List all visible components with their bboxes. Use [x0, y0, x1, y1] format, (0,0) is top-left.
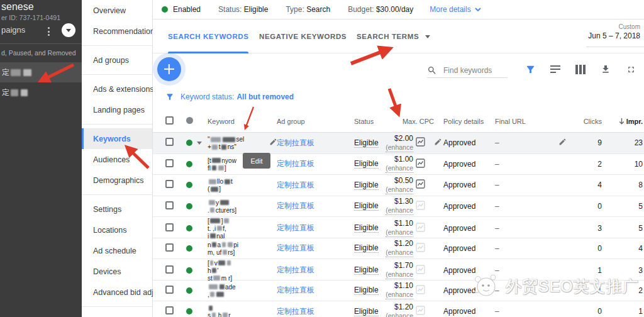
- ad-group-link[interactable]: 定制拉直板: [277, 159, 314, 168]
- status-enabled-dot: [186, 245, 192, 252]
- download-icon[interactable]: [599, 63, 612, 75]
- columns-icon[interactable]: [574, 63, 587, 75]
- tab-search-keywords[interactable]: SEARCH KEYWORDS: [168, 19, 248, 53]
- bid-simulator-icon[interactable]: [413, 201, 434, 212]
- bid-simulator-icon[interactable]: [413, 223, 434, 234]
- segment-icon[interactable]: [549, 63, 562, 75]
- date-range-mode: Custom: [588, 23, 640, 30]
- final-url-cell: –: [495, 224, 558, 233]
- nav-item-locations[interactable]: Locations: [82, 220, 152, 240]
- nav-item-audiences[interactable]: Audiences: [82, 149, 152, 170]
- nav-item-ad-groups[interactable]: Ad groups: [82, 50, 152, 70]
- row-checkbox[interactable]: [165, 265, 174, 274]
- column-header-policy-details[interactable]: Policy details: [443, 118, 495, 125]
- keyword-status-cell: [186, 308, 208, 314]
- nav-item-demographics[interactable]: Demographics: [82, 170, 152, 191]
- status-cell: Eligible: [354, 265, 386, 275]
- bid-simulator-icon[interactable]: [413, 137, 434, 148]
- ad-group-link[interactable]: 定制拉直板: [277, 201, 314, 210]
- nav-item-recommendations[interactable]: Recommendations: [82, 21, 152, 42]
- more-details-link[interactable]: More details: [430, 5, 480, 14]
- bid-simulator-icon[interactable]: [413, 265, 434, 276]
- status-column-icon: [186, 117, 193, 124]
- table-toolbar: [153, 53, 644, 85]
- add-keyword-button[interactable]: [157, 57, 181, 81]
- campaign-list: 定定: [0, 62, 82, 103]
- row-checkbox[interactable]: [165, 306, 174, 314]
- bid-simulator-icon[interactable]: [413, 243, 434, 254]
- bid-simulator-icon[interactable]: [413, 306, 434, 317]
- filter-icon: [165, 92, 174, 101]
- ad-group-link[interactable]: 定制拉直板: [277, 181, 314, 189]
- ad-group-cell: 定制拉直板: [277, 201, 354, 211]
- tab-negative-keywords[interactable]: NEGATIVE KEYWORDS: [259, 19, 347, 53]
- nav-divider: [82, 124, 152, 125]
- keyword-status-filter[interactable]: Keyword status:All but removed: [180, 92, 294, 101]
- status-enabled-dot: [186, 140, 192, 146]
- nav-item-landing-pages[interactable]: Landing pages: [82, 99, 152, 120]
- keyword-status-cell: [186, 267, 208, 274]
- column-header-ad-group[interactable]: Ad group: [277, 118, 354, 125]
- collapse-panel-button[interactable]: [62, 23, 75, 37]
- row-checkbox[interactable]: [165, 286, 174, 294]
- ad-group-link[interactable]: 定制拉直板: [277, 138, 314, 147]
- edit-cpc-pencil-icon[interactable]: [434, 138, 443, 148]
- status-value: Eligible: [244, 5, 269, 14]
- nav-item-keywords[interactable]: Keywords: [82, 128, 152, 149]
- ad-group-link[interactable]: 定制拉直板: [277, 223, 314, 232]
- row-checkbox-cell: [165, 138, 186, 148]
- google-ads-app: senese er ID: 737-171-0491 paigns d, Pau…: [0, 0, 644, 317]
- campaign-item[interactable]: 定: [0, 82, 82, 103]
- column-header-clicks[interactable]: Clicks: [568, 118, 602, 125]
- clicks-cell: 0: [568, 244, 602, 253]
- ad-group-link[interactable]: 定制拉直板: [277, 286, 314, 294]
- row-checkbox[interactable]: [165, 223, 174, 231]
- find-keywords-input[interactable]: [442, 65, 508, 75]
- row-checkbox-cell: [165, 265, 186, 275]
- bid-simulator-icon[interactable]: [413, 285, 434, 296]
- status-enabled-dot: [186, 287, 192, 294]
- status-enabled-dot: [186, 161, 192, 167]
- ad-group-link[interactable]: 定制拉直板: [277, 243, 314, 252]
- nav-item-devices[interactable]: Devices: [82, 261, 152, 282]
- nav-item-settings[interactable]: Settings: [82, 199, 152, 220]
- nav-item-overview[interactable]: Overview: [82, 0, 152, 21]
- bid-simulator-icon[interactable]: [413, 158, 434, 170]
- row-checkbox[interactable]: [165, 180, 174, 188]
- status-cell: Eligible: [354, 286, 386, 295]
- edit-keyword-pencil-icon[interactable]: [269, 138, 277, 148]
- row-checkbox[interactable]: [165, 159, 174, 167]
- table-row: s,hr定制拉直板Eligible$1.20(enhanceApproved–0…: [153, 301, 644, 317]
- sidebar-divider: [0, 43, 82, 44]
- edit-row-pencil-icon[interactable]: [558, 138, 568, 148]
- column-header-max-cpc[interactable]: Max. CPC: [386, 118, 434, 125]
- column-header-impr[interactable]: Impr.: [602, 118, 643, 125]
- column-header-status[interactable]: Status: [354, 118, 386, 125]
- row-checkbox[interactable]: [165, 138, 174, 146]
- expand-icon[interactable]: [625, 63, 637, 75]
- clicks-cell: 1: [568, 266, 602, 275]
- overflow-menu-icon[interactable]: [48, 27, 50, 37]
- row-checkbox[interactable]: [165, 201, 174, 209]
- enabled-dot-icon: [162, 6, 168, 13]
- nav-item-ads-extensions[interactable]: Ads & extensions: [82, 79, 152, 99]
- filter-icon[interactable]: [524, 63, 536, 75]
- campaign-item[interactable]: 定: [0, 62, 82, 82]
- tab-search-terms[interactable]: SEARCH TERMS: [357, 19, 430, 53]
- bid-simulator-icon[interactable]: [413, 179, 434, 191]
- keyword-cell: llot(]: [208, 177, 269, 192]
- nav-item-advanced-bid-adj[interactable]: Advanced bid adj.: [82, 282, 152, 303]
- row-checkbox[interactable]: [165, 243, 174, 252]
- column-header-final-url[interactable]: Final URL: [495, 118, 558, 125]
- keyword-status-cell: [186, 140, 208, 146]
- date-range-selector[interactable]: Custom Jun 5 – 7, 2018: [588, 23, 640, 40]
- column-header-keyword[interactable]: Keyword: [208, 118, 269, 125]
- ad-group-cell: 定制拉直板: [277, 223, 354, 233]
- select-all-checkbox[interactable]: [165, 116, 174, 125]
- ad-group-link[interactable]: 定制拉直板: [277, 265, 314, 274]
- policy-cell: Approved: [443, 307, 495, 316]
- ad-group-link[interactable]: 定制拉直板: [277, 307, 314, 316]
- keyword-cell: ade,: [208, 283, 269, 298]
- nav-item-ad-schedule[interactable]: Ad schedule: [82, 240, 152, 261]
- status-dropdown-chevron[interactable]: [197, 142, 202, 145]
